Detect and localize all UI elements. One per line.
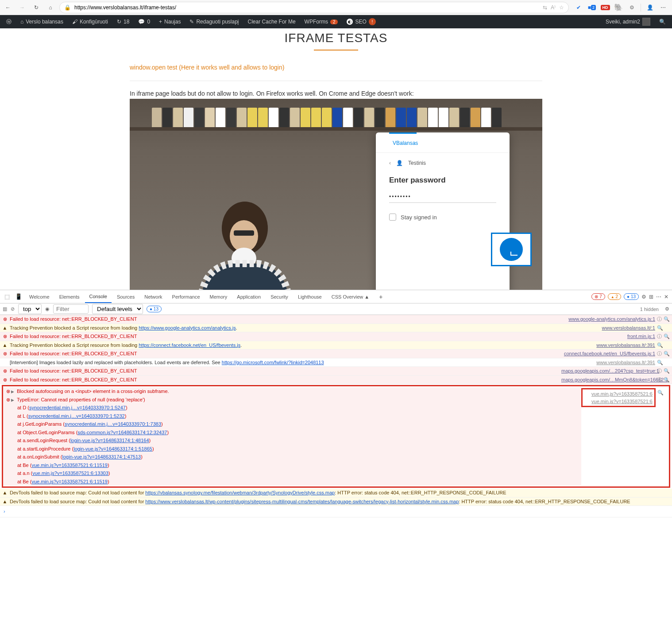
- levels-select[interactable]: Default levels: [92, 304, 143, 314]
- wp-comments[interactable]: 💬0: [135, 15, 154, 28]
- filter-input[interactable]: [53, 304, 89, 314]
- ext-icon-2[interactable]: ■2: [587, 3, 596, 12]
- page-content: IFRAME TESTAS window.open test (Here it …: [0, 28, 672, 290]
- title-underline: [314, 50, 358, 51]
- refresh-button[interactable]: ↻: [31, 2, 42, 13]
- reader-icon[interactable]: ⇆: [543, 4, 547, 11]
- log-warning: ▲Tracking Prevention blocked a Script re…: [0, 324, 672, 333]
- tab-sources[interactable]: Sources: [112, 290, 139, 303]
- hidden-count[interactable]: 1 hidden: [640, 307, 659, 312]
- login-tab[interactable]: VBalansas: [376, 134, 510, 153]
- devtools-panel: ⬚ 📱 Welcome Elements Console Sources Net…: [0, 290, 672, 517]
- url-input[interactable]: [74, 4, 539, 11]
- person-illustration: [174, 188, 298, 290]
- svg-rect-2: [234, 230, 254, 236]
- login-user-row[interactable]: ‹ 👤 Testinis: [376, 153, 510, 173]
- inspect-icon[interactable]: ⬚: [2, 292, 12, 302]
- tab-add[interactable]: +: [375, 290, 387, 303]
- device-icon[interactable]: 📱: [13, 292, 24, 302]
- highlighted-source: vue.min.js?v=1633587521:6 vue.min.js?v=1…: [581, 388, 656, 407]
- login-arrow-icon: [500, 238, 523, 261]
- wp-updates[interactable]: ↻18: [113, 15, 133, 28]
- window-open-link[interactable]: window.open test (Here it works well and…: [130, 64, 542, 71]
- log-warning: ▲DevTools failed to load source map: Cou…: [0, 498, 672, 506]
- eye-icon[interactable]: ◉: [45, 306, 50, 312]
- more-icon[interactable]: ⋯: [656, 294, 661, 300]
- wp-configure[interactable]: 🖌Konfigūruoti: [69, 15, 112, 28]
- wp-logo[interactable]: ⓦ: [3, 15, 15, 28]
- stay-checkbox[interactable]: [389, 214, 396, 221]
- tab-application[interactable]: Application: [232, 290, 265, 303]
- console-log: ⊗Failed to load resource: net::ERR_BLOCK…: [0, 315, 672, 517]
- info-icon[interactable]: ⓘ: [657, 315, 662, 323]
- tab-console[interactable]: Console: [85, 290, 112, 303]
- home-button[interactable]: ⌂: [45, 2, 56, 13]
- avatar: [642, 18, 650, 26]
- console-prompt[interactable]: ›: [0, 506, 672, 517]
- zoom-icon[interactable]: 🔍: [664, 315, 670, 323]
- description-text: In iframe page loads but do not allow to…: [130, 90, 542, 97]
- wp-search-icon[interactable]: 🔍: [656, 15, 669, 28]
- favorite-icon[interactable]: ☆: [559, 4, 564, 11]
- wp-greeting[interactable]: Sveiki, admin2: [602, 15, 654, 28]
- log-warning: ▲Tracking Prevention blocked a Script re…: [0, 341, 672, 350]
- issues-badge[interactable]: 13: [147, 306, 162, 312]
- clear-icon[interactable]: ⊘: [11, 306, 15, 312]
- address-bar[interactable]: 🔒 ⇆ A⁾ ☆: [59, 2, 569, 13]
- stay-signed-row[interactable]: Stay signed in: [376, 203, 510, 231]
- wp-wpforms[interactable]: WPForms2: [301, 15, 342, 28]
- more-icon[interactable]: ⋯: [659, 3, 668, 12]
- svg-point-1: [230, 220, 258, 252]
- tab-cssoverview[interactable]: CSS Overview ▲: [327, 290, 374, 303]
- wp-site[interactable]: ⌂Verslo balansas: [17, 15, 67, 28]
- tab-performance[interactable]: Performance: [168, 290, 205, 303]
- login-submit-button[interactable]: [491, 233, 532, 266]
- wp-seo[interactable]: ◐SEO!: [343, 15, 379, 28]
- iframe-container: VBalansas ‹ 👤 Testinis Enter password ••…: [130, 99, 542, 290]
- ext-icon-1[interactable]: ✔: [574, 3, 583, 12]
- ext-icon-3[interactable]: HD: [601, 3, 610, 12]
- profile-icon[interactable]: 👤: [645, 3, 654, 12]
- wp-cache[interactable]: Clear Cache For Me: [244, 15, 299, 28]
- extension-icons: ✔ ■2 HD 🐘 ⚙ 👤 ⋯: [572, 3, 669, 12]
- log-error: ⊗Failed to load resource: net::ERR_BLOCK…: [0, 376, 672, 385]
- log-error: ⊗Failed to load resource: net::ERR_BLOCK…: [0, 332, 672, 341]
- password-input[interactable]: ••••••••: [389, 194, 496, 203]
- user-icon: 👤: [396, 160, 403, 166]
- dock-icon[interactable]: ⊞: [649, 294, 653, 300]
- login-username: Testinis: [408, 160, 426, 166]
- settings-icon[interactable]: ⚙: [641, 294, 646, 300]
- forward-button[interactable]: →: [17, 2, 27, 13]
- back-button[interactable]: ←: [3, 2, 13, 13]
- devtools-tabs: ⬚ 📱 Welcome Elements Console Sources Net…: [0, 290, 672, 303]
- console-toolbar: ▥ ⊘ top ◉ Default levels 13 1 hidden ⚙: [0, 303, 672, 315]
- evernote-icon[interactable]: 🐘: [614, 3, 623, 12]
- tab-lighthouse[interactable]: Lighthouse: [294, 290, 326, 303]
- lock-icon: 🔒: [64, 4, 71, 11]
- context-select[interactable]: top: [18, 304, 42, 314]
- sidebar-toggle-icon[interactable]: ▥: [3, 306, 7, 312]
- tab-welcome[interactable]: Welcome: [25, 290, 54, 303]
- error-count[interactable]: 7: [591, 293, 605, 300]
- tab-memory[interactable]: Memory: [205, 290, 232, 303]
- tab-elements[interactable]: Elements: [55, 290, 84, 303]
- close-icon[interactable]: ✕: [664, 294, 668, 300]
- info-count[interactable]: 13: [624, 293, 639, 300]
- warn-count[interactable]: 2: [608, 293, 621, 300]
- highlighted-errors: ⊗Blocked autofocusing on a <input> eleme…: [2, 385, 670, 488]
- tab-network[interactable]: Network: [140, 290, 166, 303]
- chevron-left-icon[interactable]: ‹: [389, 160, 391, 166]
- stay-label: Stay signed in: [401, 214, 437, 221]
- log-warning: ▲DevTools failed to load source map: Cou…: [0, 489, 672, 498]
- wp-edit[interactable]: ✎Redaguoti puslapį: [186, 15, 242, 28]
- gear-icon[interactable]: ⚙: [665, 306, 669, 312]
- read-aloud-icon[interactable]: A⁾: [551, 4, 556, 11]
- shelf-decor: [130, 99, 542, 130]
- wp-new[interactable]: +Naujas: [155, 15, 184, 28]
- log-info: [Intervention] Images loaded lazily and …: [0, 358, 672, 367]
- login-card: VBalansas ‹ 👤 Testinis Enter password ••…: [376, 132, 510, 290]
- browser-toolbar: ← → ↻ ⌂ 🔒 ⇆ A⁾ ☆ ✔ ■2 HD 🐘 ⚙ 👤 ⋯: [0, 0, 672, 15]
- tab-security[interactable]: Security: [266, 290, 293, 303]
- extensions-icon[interactable]: ⚙: [627, 3, 636, 12]
- log-error: ⊗Failed to load resource: net::ERR_BLOCK…: [0, 367, 672, 376]
